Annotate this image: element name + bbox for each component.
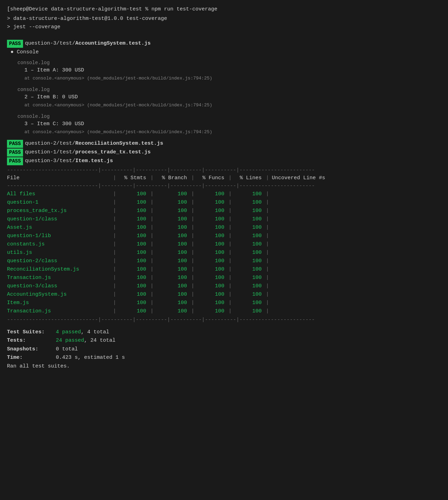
summary-time-label: Time: [7, 354, 56, 362]
console-log-at-3: at console.<anonymous> (node_modules/jes… [24, 129, 441, 136]
table-row: Transaction.js | 100 | 100 | 100 | 100 | [7, 274, 441, 282]
table-row: Transaction.js | 100 | 100 | 100 | 100 | [7, 307, 441, 316]
header-branch: % Branch [155, 174, 190, 182]
tests-rest: , 24 total [84, 338, 115, 343]
pass-line-4: PASS question-3/test/Item.test.js [7, 157, 441, 165]
table-row: ReconciliationSystem.js | 100 | 100 | 10… [7, 265, 441, 274]
console-log-3: console.log 3 – Item C: 300 USD at conso… [17, 113, 441, 136]
table-row: question-1 | 100 | 100 | 100 | 100 | [7, 198, 441, 207]
table-row: question-2/class | 100 | 100 | 100 | 100… [7, 257, 441, 265]
header-stmts: % Stmts [118, 174, 149, 182]
summary-time: Time: 0.423 s, estimated 1 s [7, 354, 441, 362]
sub-dash-line: -----------------------------|----------… [7, 182, 441, 190]
summary-section: Test Suites: 4 passed, 4 total Tests: 24… [7, 328, 441, 371]
table-header: File | % Stmts | % Branch | % Funcs | % … [7, 174, 441, 182]
coverage-table-wrapper: -----------------------------|----------… [7, 167, 441, 324]
pipe-4: | [227, 174, 233, 182]
pipe-3: | [190, 174, 196, 182]
summary-snapshots: Snapshots: 0 total [7, 346, 441, 354]
table-row: question-1/class | 100 | 100 | 100 | 100… [7, 215, 441, 224]
summary-test-suites-label: Test Suites: [7, 328, 56, 336]
summary-tests-value: 24 passed, 24 total [56, 337, 115, 345]
command-text: npm run test-coverage [151, 6, 217, 12]
console-log-message-3: 3 – Item C: 300 USD [24, 120, 441, 128]
table-rows-container: All files | 100 | 100 | 100 | 100 | ques… [7, 190, 441, 316]
pass-badge-3: PASS [7, 149, 23, 157]
summary-tests-label: Tests: [7, 337, 56, 345]
console-log-message-1: 1 – Item A: 300 USD [24, 67, 441, 75]
summary-time-value: 0.423 s, estimated 1 s [56, 354, 125, 362]
output-line-1: > data-structure-algorithm-test@1.0.0 te… [7, 15, 441, 23]
pass-badge-4: PASS [7, 157, 23, 165]
summary-snapshots-label: Snapshots: [7, 346, 56, 354]
terminal: [sheep@Device data-structure-algorithm-t… [7, 6, 441, 370]
table-row: constants.js | 100 | 100 | 100 | 100 | [7, 240, 441, 249]
summary-tests: Tests: 24 passed, 24 total [7, 337, 441, 345]
header-file: File [7, 174, 112, 182]
summary-test-suites: Test Suites: 4 passed, 4 total [7, 328, 441, 336]
table-row: Item.js | 100 | 100 | 100 | 100 | [7, 299, 441, 307]
test-path-3: question-1/test/process_trade_tx.test.js [25, 149, 151, 157]
table-row: Asset.js | 100 | 100 | 100 | 100 | [7, 224, 441, 232]
console-log-label-1: console.log [17, 59, 441, 67]
table-row: process_trade_tx.js | 100 | 100 | 100 | … [7, 207, 441, 215]
summary-ran-all: Ran all test suites. [7, 363, 441, 371]
output-line-2: > jest --coverage [7, 23, 441, 31]
pipe-2: | [149, 174, 155, 182]
console-section: ● Console console.log 1 – Item A: 300 US… [10, 48, 441, 136]
test-suites-rest: , 4 total [81, 329, 109, 335]
pass-badge-1: PASS [7, 40, 23, 48]
pass-line-3: PASS question-1/test/process_trade_tx.te… [7, 149, 441, 157]
test-path-2: question-2/test/ReconciliationSystem.tes… [25, 140, 163, 148]
console-log-2: console.log 2 – Item B: 0 USD at console… [17, 86, 441, 109]
console-log-label-2: console.log [17, 86, 441, 93]
console-log-label-3: console.log [17, 113, 441, 120]
console-log-message-2: 2 – Item B: 0 USD [24, 93, 441, 101]
pipe-5: | [264, 174, 270, 182]
pipe-1: | [112, 174, 118, 182]
table-row: question-1/lib | 100 | 100 | 100 | 100 | [7, 232, 441, 240]
table-row: question-3/class | 100 | 100 | 100 | 100… [7, 282, 441, 290]
table-row: AccountingSystem.js | 100 | 100 | 100 | … [7, 290, 441, 299]
console-log-at-1: at console.<anonymous> (node_modules/jes… [24, 75, 441, 82]
ran-all-text: Ran all test suites. [7, 363, 70, 371]
header-uncovered: Uncovered Line #s [270, 174, 441, 182]
summary-test-suites-value: 4 passed, 4 total [56, 328, 109, 336]
top-dash-line: -----------------------------|----------… [7, 167, 441, 175]
test-path-1: question-3/test/AccountingSystem.test.js [25, 40, 151, 48]
bottom-dash-line: -----------------------------|----------… [7, 316, 441, 324]
header-lines: % Lines [233, 174, 264, 182]
pass-badge-2: PASS [7, 140, 23, 148]
console-bullet: ● Console [10, 48, 441, 56]
header-funcs: % Funcs [196, 174, 227, 182]
prompt-text: [sheep@Device data-structure-algorithm-t… [7, 6, 148, 12]
table-row: All files | 100 | 100 | 100 | 100 | [7, 190, 441, 198]
table-row: utils.js | 100 | 100 | 100 | 100 | [7, 249, 441, 257]
prompt-line: [sheep@Device data-structure-algorithm-t… [7, 6, 441, 14]
console-log-at-2: at console.<anonymous> (node_modules/jes… [24, 102, 441, 109]
test-path-4: question-3/test/Item.test.js [25, 157, 113, 165]
pass-line-1: PASS question-3/test/AccountingSystem.te… [7, 40, 441, 48]
summary-snapshots-value: 0 total [56, 346, 78, 354]
pass-line-2: PASS question-2/test/ReconciliationSyste… [7, 140, 441, 148]
console-log-1: console.log 1 – Item A: 300 USD at conso… [17, 59, 441, 82]
